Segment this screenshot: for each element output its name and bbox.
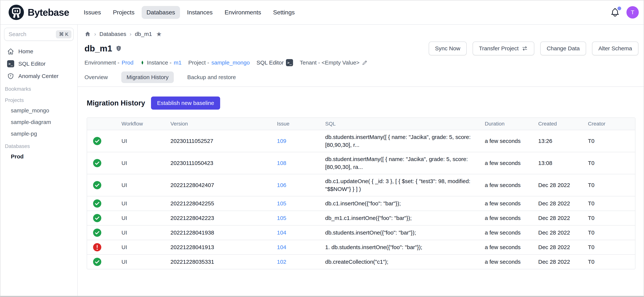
sidebar: Search ⌘ K Home>_SQL EditorAnomaly Cente… [0, 25, 78, 296]
duration-cell: a few seconds [480, 211, 533, 225]
mongodb-leaf-icon [140, 59, 145, 67]
sidebar-item-sql-editor[interactable]: >_SQL Editor [4, 58, 74, 70]
sidebar-section-bookmarks: Bookmarks [4, 82, 74, 94]
workflow-cell: UI [116, 130, 165, 152]
change-data-button[interactable]: Change Data [540, 42, 586, 55]
anomaly-shield-icon [7, 73, 14, 80]
tab-overview[interactable]: Overview [84, 72, 108, 83]
sidebar-section-projects: Projects [4, 94, 74, 105]
nav-item-settings[interactable]: Settings [268, 6, 300, 19]
column-header-sql: SQL [320, 118, 480, 130]
creator-cell: T0 [583, 240, 635, 254]
alter-schema-button[interactable]: Alter Schema [592, 42, 638, 55]
sql-cell: db.student.insertMany([ { name: "Jacika"… [320, 152, 480, 174]
tab-backup-and-restore[interactable]: Backup and restore [187, 72, 236, 83]
column-header-status [87, 118, 116, 130]
title-row: db_m1 Sync Now Transfer Project [78, 38, 644, 55]
version-cell: 20230111052527 [165, 130, 272, 152]
column-header-duration: Duration [480, 118, 533, 130]
nav-item-projects[interactable]: Projects [108, 6, 140, 19]
search-placeholder: Search [8, 31, 56, 37]
nav-item-databases[interactable]: Databases [142, 6, 180, 19]
nav-item-environments[interactable]: Environments [220, 6, 266, 19]
logo-glyph [12, 8, 20, 15]
meta-sql-editor[interactable]: SQL Editor >_ [256, 59, 293, 66]
home-icon [7, 48, 14, 55]
table-row[interactable]: UI20221228042223105db_m1.c1.insertOne({"… [87, 211, 635, 225]
issue-link[interactable]: 102 [277, 259, 286, 265]
column-header-workflow: Workflow [116, 118, 165, 130]
creator-cell: T0 [583, 196, 635, 211]
page-title: db_m1 [84, 43, 122, 54]
duration-cell: a few seconds [480, 152, 533, 174]
table-row[interactable]: UI202212280419131041. db.students.insert… [87, 240, 635, 254]
notifications-button[interactable] [610, 7, 620, 18]
version-cell: 20221228042407 [165, 174, 272, 196]
issue-link[interactable]: 104 [277, 244, 286, 250]
brand-name: Bytebase [28, 7, 69, 18]
nav-item-issues[interactable]: Issues [79, 6, 106, 19]
workflow-cell: UI [116, 152, 165, 174]
chevron-right-icon: › [94, 31, 96, 37]
notification-dot [618, 7, 621, 10]
table-row[interactable]: UI20230111052527109db.students.insertMan… [87, 130, 635, 152]
brand[interactable]: Bytebase [8, 5, 69, 20]
search-shortcut-badge: ⌘ K [56, 30, 72, 38]
sidebar-item-label: SQL Editor [18, 61, 46, 67]
transfer-arrows-icon [522, 45, 528, 52]
sql-cell: db.students.insertMany([ { name: "Jacika… [320, 130, 480, 152]
environment-link[interactable]: Prod [122, 60, 134, 66]
sidebar-sections: BookmarksProjectssample_mongosample-diag… [4, 82, 74, 162]
issue-link[interactable]: 105 [277, 200, 286, 207]
sidebar-item-label: Home [18, 48, 33, 55]
version-cell: 20221228041938 [165, 225, 272, 240]
creator-cell: T0 [583, 211, 635, 225]
sidebar-item-sample-diagram[interactable]: sample-diagram [4, 116, 74, 128]
issue-link[interactable]: 108 [277, 160, 286, 166]
pencil-icon[interactable] [362, 60, 368, 66]
table-row[interactable]: UI20221228042407106db.c1.updateOne( { _i… [87, 174, 635, 196]
sidebar-items: Home>_SQL EditorAnomaly Center [4, 45, 74, 82]
success-icon [93, 159, 101, 167]
main-nav: IssuesProjectsDatabasesInstancesEnvironm… [79, 6, 300, 19]
bookmark-star-icon[interactable]: ★ [156, 30, 162, 38]
sync-now-button[interactable]: Sync Now [429, 42, 467, 55]
success-icon [93, 228, 101, 237]
issue-link[interactable]: 106 [277, 182, 286, 188]
establish-baseline-button[interactable]: Establish new baseline [151, 97, 220, 110]
creator-cell: T0 [583, 255, 635, 269]
chevron-right-icon: › [130, 31, 132, 37]
issue-link[interactable]: 104 [277, 229, 286, 236]
table-row[interactable]: UI20221228035331102db.createCollection("… [87, 254, 635, 269]
sidebar-item-prod[interactable]: Prod [4, 151, 74, 162]
breadcrumb-databases[interactable]: Databases [100, 31, 126, 37]
instance-link[interactable]: m1 [174, 60, 182, 66]
avatar[interactable]: T [626, 6, 639, 19]
home-icon[interactable] [84, 31, 91, 37]
workflow-cell: UI [116, 211, 165, 225]
topbar-right: T [610, 6, 639, 19]
nav-item-instances[interactable]: Instances [182, 6, 218, 19]
migration-table: WorkflowVersionIssueSQLDurationCreatedCr… [87, 117, 636, 269]
search-input[interactable]: Search ⌘ K [4, 28, 74, 41]
sidebar-item-sample-mongo[interactable]: sample_mongo [4, 105, 74, 116]
table-row[interactable]: UI20221228041938104db.students.insertOne… [87, 225, 635, 240]
column-header-creator: Creator [583, 118, 635, 130]
duration-cell: a few seconds [480, 196, 533, 211]
version-cell: 20221228042255 [165, 196, 272, 211]
terminal-icon: >_ [286, 59, 293, 66]
sql-cell: db_m1.c1.insertOne({"foo": "bar"}); [320, 211, 480, 225]
table-row[interactable]: UI20221228042255105db.c1.insertOne({"foo… [87, 196, 635, 211]
issue-link[interactable]: 105 [277, 215, 286, 221]
sidebar-item-sample-pg[interactable]: sample-pg [4, 128, 74, 140]
sidebar-item-anomaly-center[interactable]: Anomaly Center [4, 70, 74, 82]
duration-cell: a few seconds [480, 225, 533, 240]
transfer-project-button[interactable]: Transfer Project [473, 42, 534, 55]
sidebar-item-home[interactable]: Home [4, 45, 74, 58]
tab-migration-history[interactable]: Migration History [121, 72, 174, 83]
column-header-created: Created [533, 118, 583, 130]
issue-link[interactable]: 109 [277, 138, 286, 144]
project-link[interactable]: sample_mongo [211, 60, 250, 66]
sql-cell: db.c1.insertOne({"foo": "bar"}); [320, 196, 480, 211]
table-row[interactable]: UI20230111050423108db.student.insertMany… [87, 152, 635, 174]
